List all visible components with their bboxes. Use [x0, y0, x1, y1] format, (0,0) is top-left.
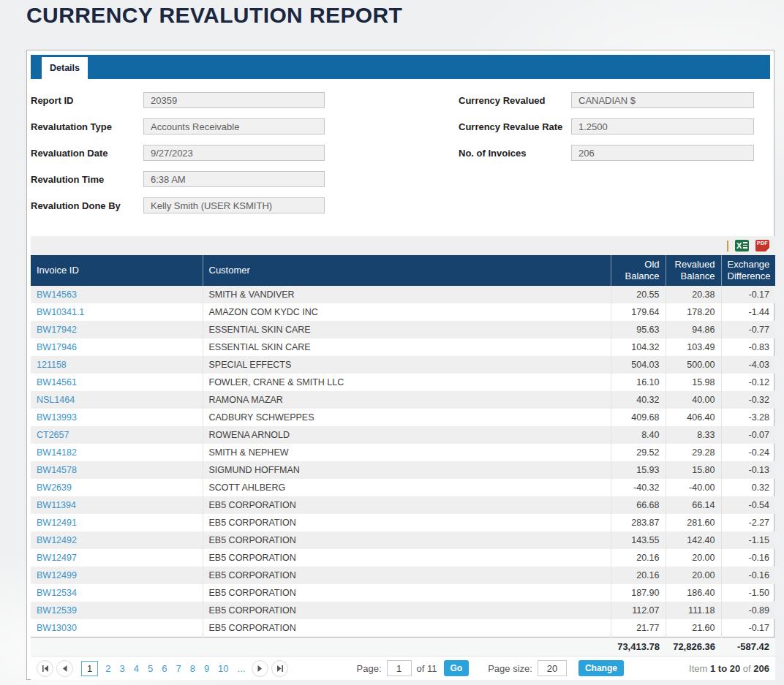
page-number-link[interactable]: 3: [119, 663, 124, 674]
revalued-balance-cell: 94.86: [666, 321, 721, 338]
revalued-balance-cell: 111.18: [666, 602, 721, 619]
invoice-id-link[interactable]: BW14578: [37, 465, 77, 475]
revalued-balance-cell: 21.60: [666, 619, 721, 637]
customer-cell: EB5 CORPORATION: [203, 584, 611, 602]
customer-cell: SMITH & NEPHEW: [203, 444, 611, 461]
revalued-balance-cell: 103.49: [666, 338, 721, 356]
table-row: BW14578 SIGMUND HOFFMAN 15.93 15.80 -0.1…: [31, 461, 775, 479]
form-row: Revaluation Date 9/27/2023: [31, 140, 459, 166]
column-header-exchange-difference[interactable]: Exchange Difference: [721, 255, 775, 286]
customer-cell: SPECIAL EFFECTS: [203, 356, 611, 374]
revalued-balance-cell: 142.40: [666, 531, 721, 549]
page-number-link[interactable]: 4: [134, 663, 139, 674]
page-size-label: Page size:: [488, 663, 532, 674]
invoice-id-link[interactable]: BW2639: [37, 482, 72, 493]
table-row: BW10341.1 AMAZON COM KYDC INC 179.64 178…: [31, 303, 775, 321]
field-value-input[interactable]: 206: [571, 145, 754, 161]
invoice-id-link[interactable]: BW12499: [37, 570, 77, 580]
field-value-input[interactable]: 20359: [143, 92, 325, 108]
invoice-id-link[interactable]: BW12497: [37, 553, 77, 563]
column-header-old-balance[interactable]: Old Balance: [611, 255, 666, 286]
report-form: Report ID 20359 Revalutation Type Accoun…: [31, 87, 770, 219]
invoice-id-link[interactable]: BW14182: [37, 447, 77, 458]
form-row: Revalution Time 6:38 AM: [31, 166, 459, 192]
first-page-button[interactable]: [37, 660, 53, 677]
field-value-input[interactable]: Accounts Receivable: [143, 118, 325, 135]
revalued-balance-cell: 15.80: [666, 461, 721, 479]
page-number-link[interactable]: 2: [105, 663, 110, 674]
invoice-id-link[interactable]: BW12492: [37, 535, 77, 545]
field-value-input[interactable]: 6:38 AM: [143, 171, 325, 187]
table-row: BW12492 EB5 CORPORATION 143.55 142.40 -1…: [31, 531, 775, 549]
old-balance-cell: 143.55: [611, 531, 666, 549]
item-of: of: [743, 663, 751, 674]
old-balance-cell: 95.63: [611, 321, 666, 338]
invoice-id-link[interactable]: BW10341.1: [37, 307, 84, 317]
invoice-id-link[interactable]: CT2657: [37, 430, 69, 440]
invoice-id-link[interactable]: NSL1464: [37, 395, 75, 405]
page-number-link[interactable]: 6: [162, 663, 167, 674]
invoice-id-link[interactable]: BW13993: [37, 412, 77, 423]
page-number-link[interactable]: 9: [204, 663, 209, 674]
total-revalued-balance: 72,826.36: [666, 637, 721, 656]
pdf-export-icon[interactable]: PDF: [755, 240, 769, 251]
tab-details[interactable]: Details: [42, 57, 88, 79]
go-button[interactable]: Go: [444, 660, 470, 676]
invoice-id-link[interactable]: BW17946: [37, 342, 77, 352]
exchange-difference-cell: -0.13: [721, 461, 775, 479]
table-row: BW11394 EB5 CORPORATION 66.68 66.14 -0.5…: [31, 496, 775, 514]
table-row: 121158 SPECIAL EFFECTS 504.03 500.00 -4.…: [31, 356, 775, 374]
exchange-difference-cell: -0.83: [721, 338, 775, 356]
invoice-id-link[interactable]: BW14561: [37, 377, 77, 387]
column-header-invoice-id[interactable]: Invoice ID: [31, 255, 203, 286]
column-header-customer[interactable]: Customer: [203, 255, 611, 286]
customer-cell: EB5 CORPORATION: [203, 567, 611, 584]
change-button[interactable]: Change: [578, 660, 624, 676]
field-label: Revalutation Type: [31, 121, 143, 132]
invoice-id-link[interactable]: BW12534: [37, 588, 77, 598]
column-header-revalued-balance[interactable]: Revalued Balance: [666, 255, 721, 286]
page-number-link[interactable]: 1: [81, 661, 98, 676]
excel-export-icon[interactable]: X: [735, 240, 749, 251]
page-number-link[interactable]: 7: [176, 663, 181, 674]
field-label: Revalution Time: [31, 174, 143, 185]
field-value-input[interactable]: CANADIAN $: [571, 92, 754, 108]
page-title: CURRENCY REVALUTION REPORT: [26, 3, 402, 28]
page-number-link[interactable]: 8: [190, 663, 195, 674]
table-row: BW12497 EB5 CORPORATION 20.16 20.00 -0.1…: [31, 549, 775, 567]
revalued-balance-cell: 8.33: [666, 426, 721, 444]
next-page-button[interactable]: [252, 660, 268, 677]
invoice-id-link[interactable]: 121158: [37, 360, 67, 370]
page-number-input[interactable]: [387, 660, 412, 676]
invoice-id-link[interactable]: BW12491: [37, 518, 77, 528]
invoice-id-link[interactable]: BW11394: [37, 500, 76, 510]
previous-page-button[interactable]: [56, 660, 73, 677]
invoice-id-link[interactable]: BW13030: [37, 623, 77, 633]
field-value-input[interactable]: 1.2500: [571, 118, 754, 135]
exchange-difference-cell: -1.44: [721, 303, 775, 321]
page-number-link[interactable]: 10: [218, 663, 228, 674]
form-row: No. of Invoices 206: [459, 140, 770, 166]
revalued-balance-cell: 406.40: [666, 409, 721, 426]
field-value-input[interactable]: Kelly Smith (USER KSMITH): [143, 197, 325, 213]
page-number-link[interactable]: 5: [148, 663, 153, 674]
exchange-difference-cell: -1.15: [721, 531, 775, 549]
invoice-id-link[interactable]: BW12539: [37, 605, 77, 616]
table-row: BW12534 EB5 CORPORATION 187.90 186.40 -1…: [31, 584, 775, 602]
old-balance-cell: 112.07: [611, 602, 666, 619]
revalued-balance-cell: 29.28: [666, 444, 721, 461]
table-row: BW17942 ESSENTIAL SKIN CARE 95.63 94.86 …: [31, 321, 775, 338]
field-value-input[interactable]: 9/27/2023: [143, 145, 325, 161]
field-label: No. of Invoices: [459, 148, 571, 159]
old-balance-cell: 66.68: [611, 496, 666, 514]
old-balance-cell: 8.40: [611, 426, 666, 444]
page-jump-controls: Page: of 11 Go Page size: Change: [357, 660, 624, 676]
page-size-input[interactable]: [538, 660, 567, 676]
revalued-balance-cell: 20.00: [666, 567, 721, 584]
last-page-button[interactable]: [271, 660, 288, 677]
invoice-id-link[interactable]: BW14563: [37, 289, 77, 300]
page-number-link[interactable]: ...: [238, 663, 246, 674]
old-balance-cell: 20.55: [611, 286, 666, 303]
invoice-id-link[interactable]: BW17942: [37, 325, 77, 335]
table-row: BW13030 EB5 CORPORATION 21.77 21.60 -0.1…: [31, 619, 775, 637]
